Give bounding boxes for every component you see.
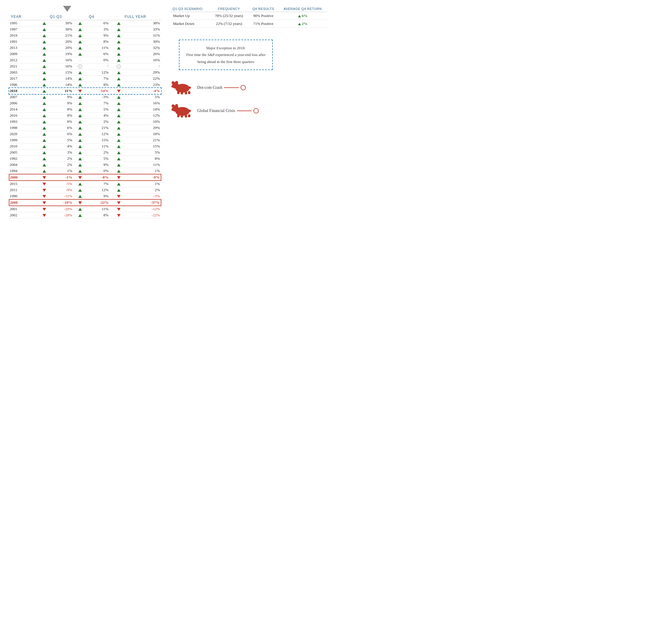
cell-q1q3-value: -5% (51, 181, 74, 187)
table-row: 2011-9%12%2% (9, 187, 161, 193)
summary-table: Q1-Q3 SCENARIO FREQUENCY Q4 RESULTS AVER… (170, 6, 327, 28)
cell-q4-value: 2% (87, 119, 110, 125)
cell-q1q3-arrow (38, 168, 51, 175)
cell-q1q3-arrow (38, 162, 51, 168)
cell-fy-arrow (110, 125, 128, 131)
cell-year: 2012 (9, 57, 38, 63)
cell-q4-arrow (73, 125, 87, 131)
cell-q4-arrow: i (73, 63, 87, 70)
cell-q1q3-value: 20% (51, 45, 74, 51)
up-arrow-icon (117, 28, 120, 31)
up-arrow-icon (43, 102, 46, 105)
cell-fy-arrow (110, 206, 128, 212)
up-arrow-icon (117, 59, 120, 62)
cell-q1q3-value: 15% (51, 70, 74, 76)
cell-q1q3-arrow (38, 199, 51, 206)
up-arrow-icon (117, 34, 120, 37)
up-arrow-icon (78, 127, 82, 129)
cell-fy-value: 5% (128, 94, 161, 100)
cell-q4-value: 9% (87, 32, 110, 39)
cell-q4-arrow (73, 45, 87, 51)
cell-q4-arrow (73, 39, 87, 45)
cell-fy-value: 5% (128, 149, 161, 156)
table-row: 201714%7%22% (9, 76, 161, 82)
up-arrow-icon (78, 208, 82, 211)
cell-q4-arrow (73, 143, 87, 149)
table-row: 20053%2%5% (9, 149, 161, 156)
cell-q1q3-value: 3% (51, 149, 74, 156)
up-arrow-icon (78, 46, 82, 49)
up-arrow-icon (43, 114, 46, 117)
cell-fy-arrow (110, 82, 128, 88)
cell-fy-value: ? (128, 63, 161, 70)
cell-fy-value: -12% (128, 206, 161, 212)
cell-q4-value: 12% (87, 187, 110, 193)
up-arrow-icon (43, 34, 46, 37)
cell-fy-arrow (110, 162, 128, 168)
svg-point-2 (172, 81, 175, 84)
cell-fy-arrow (110, 193, 128, 200)
cell-q1q3-arrow (38, 156, 51, 162)
exception-text: First time the S&P experienced a year-en… (186, 53, 266, 64)
cell-q4-value: 8% (87, 82, 110, 88)
info-icon: i (117, 65, 121, 69)
cell-year: 2018 (9, 88, 38, 94)
table-row: 2015-5%7%1% (9, 181, 161, 187)
cell-year: 2016 (9, 113, 38, 119)
cell-q4-arrow (73, 82, 87, 88)
cell-q4-value: 0% (87, 168, 110, 175)
svg-rect-6 (181, 92, 183, 94)
table-row: 2008-19%-22%-37% (9, 199, 161, 206)
cell-q1q3-value: 30% (51, 20, 74, 26)
up-arrow-icon (117, 183, 120, 186)
cell-fy-arrow (110, 76, 128, 82)
table-row: 2002-28%8%-22% (9, 212, 161, 218)
up-arrow-icon (43, 127, 46, 129)
cell-avg-return: 6% (278, 12, 327, 20)
cell-fy-arrow (110, 168, 128, 175)
svg-rect-18 (188, 114, 190, 117)
cell-q1q3-arrow (38, 94, 51, 100)
cell-year: 1990 (9, 193, 38, 200)
cell-q4-value: 11% (87, 45, 110, 51)
cell-q4-arrow (73, 149, 87, 156)
cell-fy-arrow (110, 174, 128, 181)
cell-q4-arrow (73, 168, 87, 175)
summary-row: Market Up78% (25/32 years)90% Positive6% (170, 12, 327, 20)
cell-fy-arrow (110, 57, 128, 63)
bear-event-row: Global Financial Crisis (170, 102, 327, 119)
cell-fy-arrow (110, 119, 128, 125)
cell-q1q3-value: 4% (51, 143, 74, 149)
cell-q4-value: -14% (87, 88, 110, 94)
up-arrow-icon (78, 189, 82, 192)
up-arrow-icon (78, 195, 82, 198)
cell-q4-value: 21% (87, 125, 110, 131)
cell-q4-value: 3% (87, 26, 110, 32)
cell-fy-value: 12% (128, 113, 161, 119)
up-arrow-icon (43, 59, 46, 62)
up-arrow-icon (78, 145, 82, 148)
cell-fy-value: 16% (128, 57, 161, 63)
cell-fy-arrow: i (110, 63, 128, 70)
up-arrow-icon (78, 151, 82, 154)
cell-q1q3-arrow (38, 57, 51, 63)
cell-fy-arrow (110, 156, 128, 162)
up-arrow-icon (117, 96, 120, 99)
cell-q4-arrow (73, 187, 87, 193)
col-header-q1q3: Q1-Q3 (38, 13, 74, 20)
cell-q4-arrow (73, 26, 87, 32)
cell-q4-value: 12% (87, 70, 110, 76)
cell-q1q3-value: 14% (51, 82, 74, 88)
cell-year: 2020 (9, 131, 38, 137)
cell-q4-arrow (73, 137, 87, 143)
cell-q1q3-arrow (38, 39, 51, 45)
up-arrow-icon (78, 164, 82, 167)
up-arrow-icon (117, 102, 120, 105)
up-arrow-icon (117, 151, 120, 154)
up-arrow-icon (78, 28, 82, 31)
svg-point-13 (175, 104, 178, 107)
cell-q4-arrow (73, 181, 87, 187)
cell-year: 1991 (9, 39, 38, 45)
event-line (224, 87, 239, 88)
left-section: YEAR Q1-Q3 Q4 FULL YEAR 199530%6%38%1997… (9, 6, 161, 218)
